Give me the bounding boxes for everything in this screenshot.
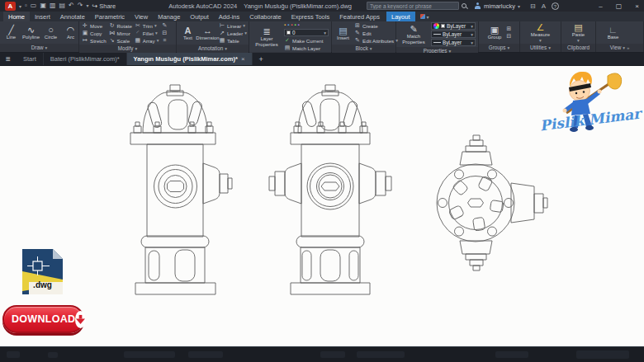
- layer-color-swatch: [286, 31, 291, 35]
- tab-collaborate[interactable]: Collaborate: [244, 12, 286, 21]
- tool-edit-attributes[interactable]: ✎Edit Attributes▾: [354, 37, 398, 44]
- tool-edit-polyline[interactable]: ✎: [161, 22, 168, 29]
- statusbar-blur: [320, 351, 345, 358]
- plot-icon[interactable]: ▤: [59, 1, 66, 11]
- undo-icon[interactable]: ↶: [69, 1, 74, 11]
- download-button[interactable]: DOWNLOAD: [2, 305, 84, 333]
- panel-label-draw[interactable]: Draw ▾: [0, 44, 78, 52]
- minimize-button[interactable]: –: [599, 2, 602, 10]
- tool-match-layer[interactable]: ▤Match Layer: [284, 45, 329, 51]
- tool-group[interactable]: ▣ Group: [486, 22, 504, 43]
- tool-match-properties[interactable]: ✎ Match Properties: [399, 22, 429, 46]
- tab-home[interactable]: Home: [3, 12, 30, 21]
- chevron-down-icon: ▾: [324, 31, 326, 35]
- panel-label-block[interactable]: Block ▾: [332, 45, 395, 53]
- chevron-down-icon: ▾: [244, 31, 247, 35]
- tool-scale[interactable]: ↘Scale: [109, 37, 132, 44]
- chevron-down-icon: ▾: [548, 44, 551, 52]
- tab-annotate[interactable]: Annotate: [55, 12, 90, 21]
- tab-express-tools[interactable]: Express Tools: [286, 12, 335, 21]
- tool-erase[interactable]: ⊟: [161, 30, 168, 36]
- tool-move[interactable]: ✛Move: [82, 22, 107, 29]
- search-input[interactable]: [367, 2, 459, 10]
- tool-linear[interactable]: ⊢Linear▾: [219, 22, 247, 29]
- save-as-icon[interactable]: ▥: [50, 1, 56, 11]
- app-logo-icon[interactable]: A: [5, 2, 16, 11]
- tool-fillet[interactable]: ◜Fillet▾: [135, 30, 159, 36]
- tool-layer-properties[interactable]: ≣ Layer Properties: [252, 22, 282, 51]
- hamburger-menu-icon[interactable]: ≡: [0, 53, 17, 65]
- tab-insert[interactable]: Insert: [30, 12, 55, 21]
- tab-output[interactable]: Output: [185, 12, 214, 21]
- account-menu[interactable]: mimarlucky ▾: [475, 2, 520, 10]
- tool-base[interactable]: ∟ Base: [604, 22, 622, 43]
- open-icon[interactable]: ▭: [31, 1, 37, 11]
- tab-featured-apps[interactable]: Featured Apps: [334, 12, 385, 21]
- help-icon[interactable]: ?: [552, 2, 559, 10]
- panel-label-view[interactable]: View ▾ »: [596, 44, 643, 52]
- tool-polyline[interactable]: ∿ Polyline: [22, 22, 40, 43]
- panel-label-annotation[interactable]: Annotation ▾: [177, 45, 249, 53]
- tool-line[interactable]: ╱ Line: [2, 22, 20, 43]
- drawing-canvas[interactable]: Pislik Mimar .dwg DOWNLOAD: [0, 66, 644, 346]
- ribbon-options[interactable]: ▾: [415, 12, 434, 21]
- tool-dimension[interactable]: ↔ Dimension: [199, 22, 216, 44]
- tool-insert[interactable]: ▤ Insert: [334, 22, 352, 44]
- tab-manage[interactable]: Manage: [153, 12, 185, 21]
- tool-arc[interactable]: ◠ Arc: [62, 22, 79, 43]
- tool-table[interactable]: ▦Table: [219, 37, 247, 44]
- panel-label-groups[interactable]: Groups ▾: [479, 44, 519, 52]
- tool-rotate[interactable]: ↻Rotate: [109, 22, 132, 29]
- statusbar-blur: [124, 351, 175, 358]
- ribbon-tab-bar: Home Insert Annotate Parametric View Man…: [0, 12, 644, 21]
- tool-create-block[interactable]: ⊞Create: [354, 22, 398, 29]
- tool-measure[interactable]: ∠ Measure ▾: [530, 22, 551, 43]
- tool-circle[interactable]: ○ Circle: [42, 22, 59, 43]
- share-label: Share: [99, 2, 116, 10]
- close-icon[interactable]: ×: [241, 55, 245, 63]
- tool-text[interactable]: A Text: [179, 22, 197, 44]
- chevron-down-icon[interactable]: ▾: [19, 3, 21, 9]
- save-icon[interactable]: ▣: [40, 1, 46, 11]
- username: mimarlucky: [484, 2, 515, 10]
- panel-label-modify[interactable]: Modify ▾: [79, 45, 176, 53]
- tool-stretch[interactable]: ↦Stretch: [82, 37, 107, 44]
- tool-paste[interactable]: ▤ Paste ▾: [570, 22, 587, 43]
- file-tab-start[interactable]: Start: [17, 53, 44, 65]
- share-button[interactable]: ↪ Share: [92, 2, 116, 10]
- new-icon[interactable]: ▫: [25, 1, 27, 11]
- tool-edit-block[interactable]: ✎Edit: [354, 30, 398, 36]
- lineweight-dropdown[interactable]: ByLayer ▾: [431, 31, 476, 38]
- autodesk-account-icon[interactable]: A: [542, 2, 546, 10]
- tool-leader[interactable]: ↗Leader▾: [219, 30, 247, 36]
- new-tab-button[interactable]: +: [253, 53, 270, 65]
- maximize-button[interactable]: ▢: [616, 2, 623, 10]
- linetype-dropdown[interactable]: ByLayer ▾: [431, 39, 476, 46]
- file-tab-yangin-muslugu[interactable]: Yangın Musluğu (PislikMimar.com)* ×: [127, 53, 253, 65]
- search-icon[interactable]: [462, 3, 466, 8]
- file-tab-bateri[interactable]: Bateri (PislikMimar.com)*: [44, 53, 127, 65]
- panel-label-clipboard[interactable]: Clipboard: [561, 44, 595, 52]
- statusbar-blur: [357, 351, 405, 358]
- tool-copy[interactable]: ▣Copy: [82, 30, 107, 36]
- app-store-cart-icon[interactable]: ⊟: [530, 2, 536, 10]
- tab-layout[interactable]: Layout: [386, 12, 415, 21]
- close-button[interactable]: ×: [635, 2, 639, 10]
- tab-parametric[interactable]: Parametric: [90, 12, 130, 21]
- layer-state-icons[interactable]: ▪ ▪ ▪ ▪ ▪: [284, 22, 329, 28]
- tool-ungroup[interactable]: ⊞: [506, 26, 513, 32]
- layer-dropdown[interactable]: 0 ▾: [284, 29, 329, 36]
- object-color-dropdown[interactable]: ByLayer ▾: [431, 22, 476, 30]
- tab-add-ins[interactable]: Add-ins: [214, 12, 244, 21]
- tab-view[interactable]: View: [130, 12, 153, 21]
- tool-array[interactable]: ▦Array▾: [135, 37, 159, 44]
- lineweight-icon: [433, 34, 441, 35]
- tool-explode[interactable]: ≡: [161, 37, 168, 44]
- tool-group-edit[interactable]: ⊟: [506, 33, 513, 40]
- tool-mirror[interactable]: ⋈Mirror: [109, 30, 132, 36]
- chevron-down-icon[interactable]: ▾: [87, 1, 89, 11]
- panel-label-utilities[interactable]: Utilities ▾: [520, 44, 561, 52]
- redo-icon[interactable]: ↷: [78, 1, 83, 11]
- tool-make-current[interactable]: ✓Make Current: [284, 37, 329, 44]
- tool-trim[interactable]: ✂Trim▾: [135, 22, 159, 29]
